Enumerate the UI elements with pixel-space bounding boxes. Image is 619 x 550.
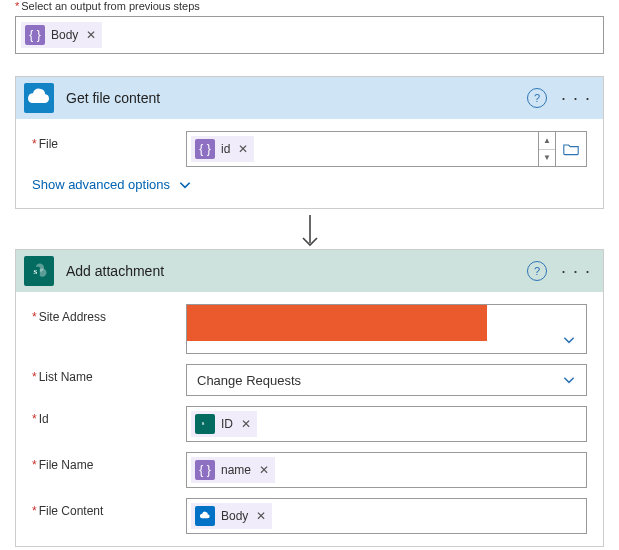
file-input[interactable]: { } id ✕ (186, 131, 539, 167)
file-stepper[interactable]: ▲ ▼ (539, 131, 556, 167)
id-input[interactable]: S ID ✕ (186, 406, 587, 442)
step-up-icon[interactable]: ▲ (539, 132, 555, 150)
token-label: id (221, 142, 230, 156)
remove-token-icon[interactable]: ✕ (239, 417, 253, 431)
remove-token-icon[interactable]: ✕ (236, 142, 250, 156)
sharepoint-icon: S (195, 414, 215, 434)
chevron-down-icon (178, 178, 192, 192)
redacted-value (187, 305, 487, 341)
ellipsis-icon[interactable]: · · · (559, 89, 593, 107)
token-body[interactable]: { } Body ✕ (21, 22, 102, 48)
chevron-down-icon (562, 333, 576, 347)
action-get-file-content: Get file content ? · · · *File { } id ✕ (15, 76, 604, 209)
action-header[interactable]: Get file content ? · · · (16, 77, 603, 119)
braces-icon: { } (195, 460, 215, 480)
flow-arrow-icon (15, 213, 604, 249)
required-star: * (15, 0, 19, 12)
action-add-attachment: S Add attachment ? · · · *Site Address (15, 249, 604, 547)
top-output-field[interactable]: { } Body ✕ (15, 16, 604, 54)
remove-token-icon[interactable]: ✕ (257, 463, 271, 477)
braces-icon: { } (25, 25, 45, 45)
token-label: Body (221, 509, 248, 523)
cloud-icon (195, 506, 215, 526)
remove-token-icon[interactable]: ✕ (84, 28, 98, 42)
site-address-dropdown[interactable] (186, 304, 587, 354)
file-picker-button[interactable] (556, 131, 587, 167)
site-address-label: *Site Address (32, 304, 186, 354)
ellipsis-icon[interactable]: · · · (559, 262, 593, 280)
sharepoint-icon: S (24, 256, 54, 286)
list-name-value: Change Requests (191, 373, 562, 388)
action-title: Get file content (66, 90, 515, 106)
top-label-text: Select an output from previous steps (21, 0, 200, 12)
token-name[interactable]: { } name ✕ (191, 457, 275, 483)
token-label: Body (51, 28, 78, 42)
show-advanced-options[interactable]: Show advanced options (32, 177, 587, 192)
file-name-label: *File Name (32, 452, 186, 488)
onedrive-icon (24, 83, 54, 113)
token-sp-id[interactable]: S ID ✕ (191, 411, 257, 437)
help-icon[interactable]: ? (527, 261, 547, 281)
step-down-icon[interactable]: ▼ (539, 150, 555, 167)
file-content-input[interactable]: Body ✕ (186, 498, 587, 534)
token-label: ID (221, 417, 233, 431)
id-label: *Id (32, 406, 186, 442)
list-name-label: *List Name (32, 364, 186, 396)
file-name-input[interactable]: { } name ✕ (186, 452, 587, 488)
list-name-dropdown[interactable]: Change Requests (186, 364, 587, 396)
remove-token-icon[interactable]: ✕ (254, 509, 268, 523)
braces-icon: { } (195, 139, 215, 159)
token-id[interactable]: { } id ✕ (191, 136, 254, 162)
token-content-body[interactable]: Body ✕ (191, 503, 272, 529)
svg-text:S: S (33, 268, 37, 275)
top-output-label: *Select an output from previous steps (15, 0, 604, 12)
token-label: name (221, 463, 251, 477)
action-title: Add attachment (66, 263, 515, 279)
help-icon[interactable]: ? (527, 88, 547, 108)
file-content-label: *File Content (32, 498, 186, 534)
svg-text:S: S (202, 421, 205, 426)
chevron-down-icon (562, 373, 576, 387)
file-label: *File (32, 131, 186, 167)
action-header[interactable]: S Add attachment ? · · · (16, 250, 603, 292)
